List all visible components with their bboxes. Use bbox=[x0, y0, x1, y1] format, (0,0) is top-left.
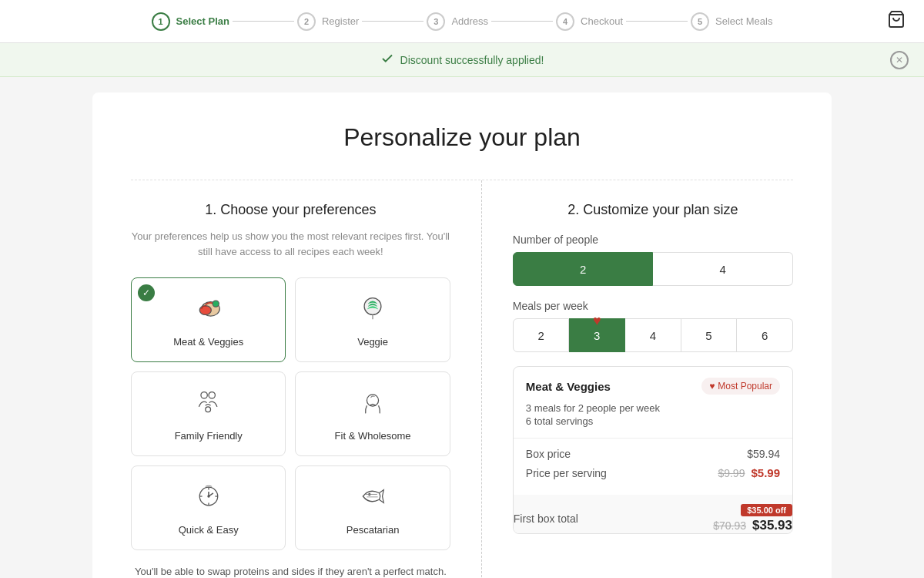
step-line-2 bbox=[362, 21, 424, 22]
per-serving-label: Price per serving bbox=[526, 467, 607, 479]
popular-dot: ♥ bbox=[593, 313, 601, 329]
popular-badge-text: Most Popular bbox=[718, 381, 772, 391]
pref-pescatarian[interactable]: Pescatarian bbox=[295, 465, 450, 550]
svg-point-6 bbox=[201, 392, 207, 398]
pescatarian-icon bbox=[357, 480, 389, 516]
summary-header: Meat & Veggies ♥ Most Popular bbox=[514, 367, 792, 402]
meals-2-button[interactable]: 2 bbox=[513, 318, 570, 352]
first-box-original: $70.93 bbox=[713, 519, 746, 532]
preferences-section-title: 1. Choose your preferences bbox=[131, 202, 450, 218]
summary-box: Meat & Veggies ♥ Most Popular 3 meals fo… bbox=[513, 366, 793, 534]
people-4-button[interactable]: 4 bbox=[653, 252, 793, 286]
step-line-1 bbox=[233, 21, 294, 22]
meals-6-button[interactable]: 6 bbox=[737, 318, 793, 352]
step-5-circle: 5 bbox=[691, 12, 709, 31]
close-banner-button[interactable]: ✕ bbox=[890, 51, 909, 69]
top-nav: 1 Select Plan 2 Register 3 Address 4 Che… bbox=[0, 0, 924, 43]
people-label: Number of people bbox=[513, 234, 793, 246]
veggie-label: Veggie bbox=[357, 336, 388, 348]
preferences-description: Your preferences help us show you the mo… bbox=[131, 229, 450, 259]
per-serving-new: $5.99 bbox=[751, 466, 780, 479]
people-2-button[interactable]: 2 bbox=[513, 252, 654, 286]
discount-banner: Discount successfully applied! ✕ bbox=[0, 43, 924, 77]
meals-label: Meals per week bbox=[513, 300, 793, 312]
step-2-circle: 2 bbox=[297, 12, 316, 31]
pref-meat-veggies[interactable]: ✓ Meat & Veggies bbox=[131, 277, 286, 362]
step-line-3 bbox=[491, 21, 553, 22]
first-box-row: First box total $35.00 off $70.93 $35.93 bbox=[513, 495, 793, 534]
plan-card: Personalize your plan 1. Choose your pre… bbox=[92, 92, 832, 578]
summary-sub: 3 meals for 2 people per week 6 total se… bbox=[514, 402, 792, 438]
step-2-label: Register bbox=[322, 15, 359, 27]
step-4[interactable]: 4 Checkout bbox=[556, 12, 623, 31]
per-serving-original: $9.99 bbox=[718, 467, 745, 479]
page-title: Personalize your plan bbox=[131, 123, 793, 152]
meals-desc: 3 meals for 2 people per week bbox=[526, 402, 780, 414]
family-friendly-label: Family Friendly bbox=[175, 430, 243, 442]
meat-veggies-label: Meat & Veggies bbox=[173, 336, 243, 348]
pref-fit-wholesome[interactable]: Fit & Wholesome bbox=[295, 371, 450, 456]
meals-4-button[interactable]: 4 bbox=[625, 318, 681, 352]
discount-text: Discount successfully applied! bbox=[400, 54, 544, 66]
first-box-new: $35.93 bbox=[752, 518, 792, 533]
summary-pricing: Box price $59.94 Price per serving $9.99… bbox=[514, 439, 792, 495]
box-price-row: Box price $59.94 bbox=[526, 448, 780, 460]
step-3-circle: 3 bbox=[427, 12, 445, 31]
off-badge: $35.00 off bbox=[741, 504, 792, 516]
step-3-label: Address bbox=[451, 15, 488, 27]
step-1-circle: 1 bbox=[152, 12, 170, 31]
check-icon bbox=[380, 52, 394, 69]
step-4-circle: 4 bbox=[556, 12, 574, 31]
veggie-icon bbox=[357, 292, 389, 328]
fit-wholesome-icon bbox=[357, 386, 389, 422]
svg-point-8 bbox=[205, 407, 210, 412]
step-1-label: Select Plan bbox=[176, 15, 229, 27]
meals-option-row: Meals per week 2 ♥ 3 4 5 6 bbox=[513, 300, 793, 352]
step-5[interactable]: 5 Select Meals bbox=[691, 12, 772, 31]
svg-point-3 bbox=[213, 301, 219, 307]
preferences-grid: ✓ Meat & Veggies bbox=[131, 277, 450, 550]
pref-family-friendly[interactable]: Family Friendly bbox=[131, 371, 286, 456]
people-option-row: Number of people 2 4 bbox=[513, 234, 793, 286]
discount-message: Discount successfully applied! bbox=[380, 52, 544, 69]
steps-container: 1 Select Plan 2 Register 3 Address 4 Che… bbox=[152, 12, 773, 31]
heart-icon: ♥ bbox=[709, 381, 715, 391]
step-line-4 bbox=[626, 21, 688, 22]
pref-veggie[interactable]: Veggie bbox=[295, 277, 450, 362]
summary-plan-name: Meat & Veggies bbox=[526, 380, 611, 393]
fit-wholesome-label: Fit & Wholesome bbox=[335, 430, 411, 442]
swap-note: You'll be able to swap proteins and side… bbox=[131, 566, 450, 577]
meals-buttons: 2 ♥ 3 4 5 6 bbox=[513, 318, 793, 352]
meals-5-button[interactable]: 5 bbox=[681, 318, 738, 352]
plan-size-column: 2. Customize your plan size Number of pe… bbox=[482, 180, 793, 577]
first-box-label: First box total bbox=[514, 512, 578, 525]
preferences-column: 1. Choose your preferences Your preferen… bbox=[131, 180, 482, 577]
svg-point-17 bbox=[207, 495, 209, 497]
step-1[interactable]: 1 Select Plan bbox=[152, 12, 229, 31]
svg-point-7 bbox=[209, 392, 215, 398]
quick-easy-label: Quick & Easy bbox=[179, 524, 239, 536]
people-buttons: 2 4 bbox=[513, 252, 793, 286]
quick-easy-icon bbox=[192, 480, 225, 516]
cart-icon[interactable] bbox=[887, 10, 906, 32]
step-2[interactable]: 2 Register bbox=[297, 12, 359, 31]
plan-size-title: 2. Customize your plan size bbox=[513, 202, 793, 218]
pescatarian-label: Pescatarian bbox=[346, 524, 400, 536]
first-prices-row: $70.93 $35.93 bbox=[713, 518, 792, 533]
meat-veggies-icon bbox=[192, 292, 225, 328]
per-serving-row: Price per serving $9.99 $5.99 bbox=[526, 466, 780, 479]
meals-3-button[interactable]: ♥ 3 bbox=[569, 318, 625, 352]
pref-quick-easy[interactable]: Quick & Easy bbox=[131, 465, 286, 550]
main-content: Personalize your plan 1. Choose your pre… bbox=[0, 77, 924, 578]
step-5-label: Select Meals bbox=[715, 15, 772, 27]
step-4-label: Checkout bbox=[581, 15, 623, 27]
family-friendly-icon bbox=[192, 386, 225, 422]
selected-check-icon: ✓ bbox=[138, 284, 155, 301]
servings-desc: 6 total servings bbox=[526, 415, 780, 427]
first-box-prices: $35.00 off $70.93 $35.93 bbox=[713, 504, 792, 533]
columns-layout: 1. Choose your preferences Your preferen… bbox=[131, 180, 793, 577]
svg-point-2 bbox=[199, 306, 211, 315]
step-3[interactable]: 3 Address bbox=[427, 12, 488, 31]
popular-badge: ♥ Most Popular bbox=[701, 378, 780, 395]
box-price-label: Box price bbox=[526, 448, 571, 460]
